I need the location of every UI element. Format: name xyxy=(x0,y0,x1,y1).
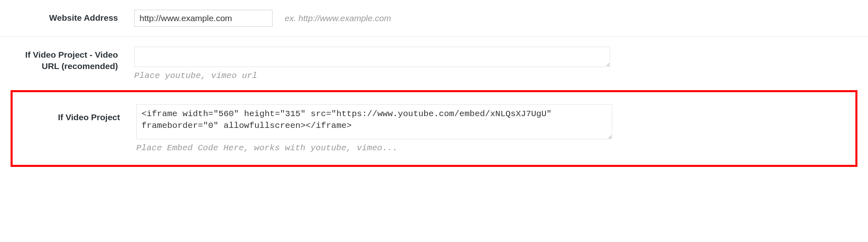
video-url-hint: Place youtube, vimeo url xyxy=(134,71,835,80)
label-col: Website Address xyxy=(16,10,134,24)
input-col: Place Embed Code Here, works with youtub… xyxy=(136,104,850,153)
highlight-block: If Video Project Place Embed Code Here, … xyxy=(11,90,857,167)
form-row-video-embed: If Video Project Place Embed Code Here, … xyxy=(13,92,855,165)
website-label: Website Address xyxy=(49,12,118,24)
form-row-website: Website Address ex. http://www.example.c… xyxy=(0,0,868,37)
video-embed-label: If Video Project xyxy=(58,112,120,123)
form-container: Website Address ex. http://www.example.c… xyxy=(0,0,868,167)
video-embed-hint: Place Embed Code Here, works with youtub… xyxy=(136,143,833,153)
label-col: If Video Project - Video URL (recomended… xyxy=(16,47,134,72)
input-col: Place youtube, vimeo url xyxy=(134,47,852,80)
input-line: ex. http://www.example.com xyxy=(134,10,835,27)
label-col: If Video Project xyxy=(18,104,136,123)
form-row-video-url: If Video Project - Video URL (recomended… xyxy=(0,37,868,90)
website-input[interactable] xyxy=(134,10,273,27)
website-hint: ex. http://www.example.com xyxy=(285,13,391,23)
input-col: ex. http://www.example.com xyxy=(134,10,852,27)
video-url-label: If Video Project - Video URL (recomended… xyxy=(16,49,118,72)
video-embed-input[interactable] xyxy=(136,104,612,139)
video-url-input[interactable] xyxy=(134,47,610,67)
